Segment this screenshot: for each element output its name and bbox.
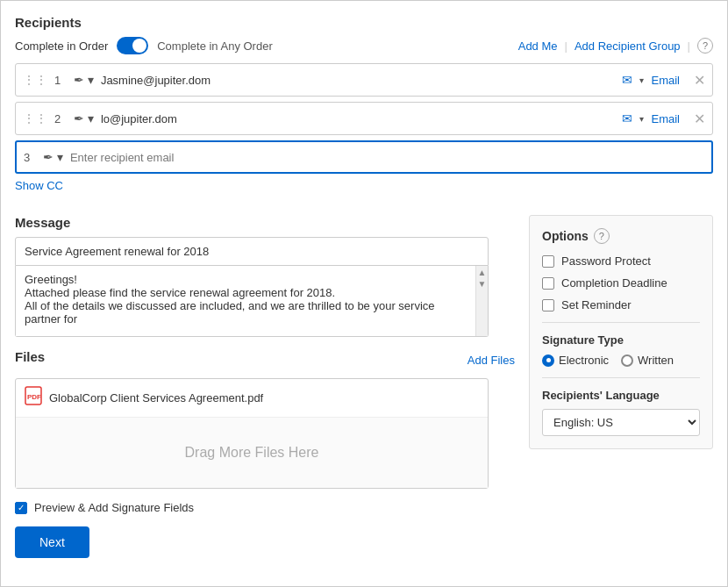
message-title: Message — [15, 215, 515, 230]
completion-deadline-checkbox[interactable] — [542, 277, 554, 290]
recipient-email-3[interactable] — [70, 151, 704, 164]
complete-order-left: Complete in Order Complete in Any Order — [15, 37, 273, 54]
envelope-icon-1: ✉ — [622, 73, 632, 87]
divider2: | — [688, 39, 690, 53]
recipient-email-1[interactable] — [101, 74, 616, 87]
file-row: PDF GlobalCorp Client Services Agreement… — [16, 379, 488, 418]
message-subject-input[interactable] — [15, 237, 489, 266]
drag-handle-2[interactable]: ⋮⋮ — [23, 111, 47, 125]
add-files-link[interactable]: Add Files — [467, 354, 515, 367]
message-body-textarea[interactable]: Greetings! Attached please find the serv… — [16, 266, 475, 336]
drag-more-label: Drag More Files Here — [185, 445, 319, 461]
complete-order-label: Complete in Order — [15, 39, 108, 53]
options-title: Options — [542, 229, 589, 243]
pen-icon-1[interactable]: ✒ ▾ — [74, 73, 94, 87]
complete-order-row: Complete in Order Complete in Any Order … — [15, 37, 713, 54]
svg-text:PDF: PDF — [27, 393, 41, 401]
add-me-link[interactable]: Add Me — [518, 39, 558, 53]
pdf-icon: PDF — [25, 386, 42, 410]
files-header: Files Add Files — [15, 349, 515, 371]
recipient-row-2: ⋮⋮ 2 ✒ ▾ ✉ ▾ Email ✕ — [15, 102, 713, 135]
scroll-up[interactable]: ▲ — [478, 268, 487, 277]
password-protect-checkbox[interactable] — [542, 255, 554, 268]
close-recipient-1[interactable]: ✕ — [694, 72, 705, 89]
recipient-email-2[interactable] — [101, 112, 616, 125]
drag-more-area[interactable]: Drag More Files Here — [16, 418, 488, 488]
preview-checkbox[interactable] — [15, 502, 27, 514]
main-content: Message Greetings! Attached please find … — [15, 215, 515, 558]
body-layout: Message Greetings! Attached please find … — [15, 215, 713, 558]
row-num-2: 2 — [54, 112, 67, 125]
option-set-reminder: Set Reminder — [542, 298, 700, 311]
options-help-icon[interactable]: ? — [594, 228, 610, 244]
show-cc-link[interactable]: Show CC — [15, 179, 63, 192]
language-title: Recipients' Language — [542, 389, 700, 402]
electronic-option: Electronic — [542, 354, 609, 367]
preview-row: Preview & Add Signature Fields — [15, 501, 515, 514]
recipients-title: Recipients — [15, 15, 713, 30]
electronic-radio[interactable] — [542, 354, 554, 367]
language-select[interactable]: English: US English: UK French Spanish G… — [542, 409, 700, 436]
recipients-section: Recipients Complete in Order Complete in… — [15, 15, 713, 203]
divider: | — [565, 39, 567, 53]
help-icon[interactable]: ? — [697, 38, 713, 54]
written-radio[interactable] — [621, 354, 633, 367]
message-section: Message Greetings! Attached please find … — [15, 215, 515, 337]
drag-handle-1[interactable]: ⋮⋮ — [23, 73, 47, 87]
main-container: Recipients Complete in Order Complete in… — [0, 0, 728, 587]
files-area: PDF GlobalCorp Client Services Agreement… — [15, 378, 489, 489]
message-body-wrapper: Greetings! Attached please find the serv… — [15, 266, 489, 337]
row-num-3: 3 — [24, 151, 36, 164]
file-name: GlobalCorp Client Services Agreement.pdf — [49, 391, 263, 404]
electronic-label: Electronic — [559, 354, 609, 367]
options-header: Options ? — [542, 228, 700, 244]
set-reminder-label: Set Reminder — [561, 298, 631, 311]
envelope-icon-2: ✉ — [622, 111, 632, 125]
option-password-protect: Password Protect — [542, 254, 700, 268]
add-recipient-group-link[interactable]: Add Recipient Group — [575, 39, 681, 53]
options-divider-2 — [542, 377, 700, 378]
close-recipient-2[interactable]: ✕ — [694, 111, 705, 127]
password-protect-label: Password Protect — [561, 254, 651, 268]
complete-order-toggle[interactable] — [117, 37, 148, 54]
next-button[interactable]: Next — [15, 526, 89, 558]
files-title: Files — [15, 349, 45, 364]
files-section: Files Add Files PDF GlobalCorp Client Se… — [15, 349, 515, 489]
email-type-label-2[interactable]: Email — [651, 112, 680, 125]
recipient-row-1: ⋮⋮ 1 ✒ ▾ ✉ ▾ Email ✕ — [15, 63, 713, 97]
written-label: Written — [638, 354, 674, 367]
option-completion-deadline: Completion Deadline — [542, 276, 700, 290]
completion-deadline-label: Completion Deadline — [561, 276, 667, 290]
recipient-row-3: 3 ✒ ▾ — [15, 140, 713, 174]
complete-order-right: Add Me | Add Recipient Group | ? — [518, 38, 713, 54]
email-type-label-1[interactable]: Email — [651, 74, 680, 87]
row-num-1: 1 — [54, 74, 67, 87]
chevron-email-1[interactable]: ▾ — [639, 75, 644, 85]
complete-any-label: Complete in Any Order — [157, 39, 273, 53]
set-reminder-checkbox[interactable] — [542, 299, 554, 311]
scroll-down[interactable]: ▼ — [478, 279, 487, 289]
pen-icon-3[interactable]: ✒ ▾ — [43, 150, 63, 164]
signature-type-row: Electronic Written — [542, 354, 700, 367]
pen-icon-2[interactable]: ✒ ▾ — [74, 111, 94, 125]
written-option: Written — [621, 354, 674, 367]
preview-label: Preview & Add Signature Fields — [34, 501, 194, 514]
chevron-email-2[interactable]: ▾ — [639, 114, 644, 124]
scrollbar[interactable]: ▲ ▼ — [475, 266, 488, 336]
signature-type-title: Signature Type — [542, 333, 700, 347]
options-panel: Options ? Password Protect Completion De… — [529, 215, 713, 449]
options-divider-1 — [542, 322, 700, 323]
